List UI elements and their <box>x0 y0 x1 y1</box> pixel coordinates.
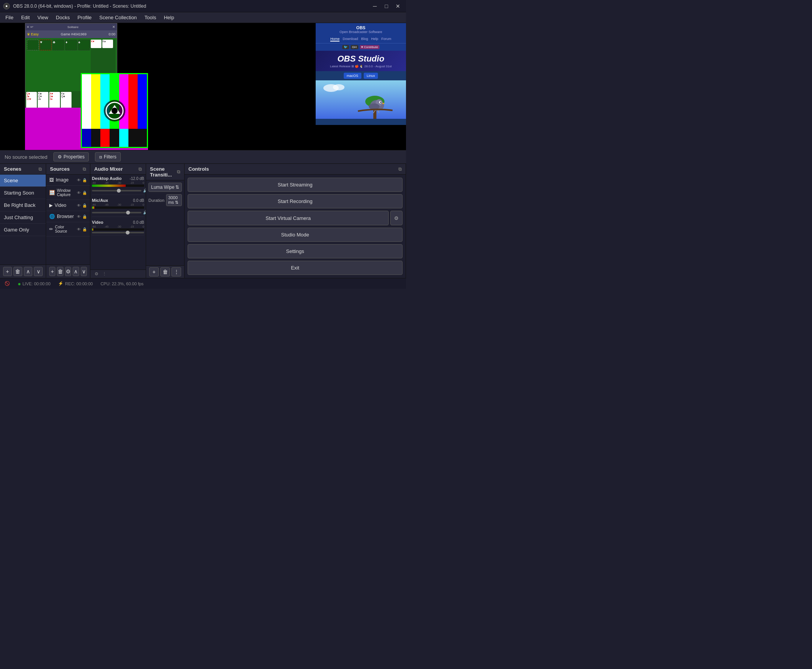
svg-point-3 <box>111 108 118 114</box>
obs-web-hero: OBS Studio Latest Release ⊞ 🍎 🐧 28.0.0 -… <box>316 51 406 71</box>
obs-nav-home[interactable]: Home <box>330 37 340 42</box>
transitions-panel-title: Scene Transiti... <box>150 166 177 178</box>
mic-aux-mute[interactable]: 🔊 <box>143 210 146 215</box>
menu-file[interactable]: File <box>2 13 17 22</box>
exit-button[interactable]: Exit <box>188 261 403 275</box>
scene-item-scene[interactable]: Scene <box>0 175 46 187</box>
image-visibility-icon[interactable]: 👁 <box>77 178 81 182</box>
live-status: ● LIVE: 00:00:00 <box>18 281 50 287</box>
obs-nav-download[interactable]: Download <box>343 37 358 42</box>
desktop-audio-db: -12.0 dB <box>129 176 144 181</box>
twitter-badge[interactable]: 🐦 <box>342 45 349 49</box>
obs-nav-forum[interactable]: Forum <box>382 37 392 42</box>
image-source-icon: 🖼 <box>49 177 54 183</box>
remove-transition-button[interactable]: 🗑 <box>160 267 170 276</box>
virtual-camera-settings-icon[interactable]: ⚙ <box>390 211 403 225</box>
app-icon <box>3 3 10 10</box>
duration-row: Duration 3000 ms ⇅ <box>148 194 182 206</box>
video-audio-meter-fill <box>92 229 93 231</box>
remove-scene-button[interactable]: 🗑 <box>13 267 22 276</box>
close-button[interactable]: ✕ <box>393 2 403 10</box>
scene-item-just-chatting[interactable]: Just Chatting <box>0 212 46 224</box>
window-lock-icon[interactable]: 🔒 <box>82 191 87 195</box>
settings-button[interactable]: Settings <box>188 244 403 258</box>
menu-help[interactable]: Help <box>160 13 178 22</box>
restore-button[interactable]: □ <box>382 2 392 10</box>
move-scene-down-button[interactable]: ∨ <box>34 267 43 276</box>
duration-label: Duration <box>148 198 165 203</box>
controls-panel: Controls ⧉ Start Streaming Start Recordi… <box>185 164 406 278</box>
mic-aux-labels: -60-45-30-150 <box>92 203 144 206</box>
scene-item-be-right-back[interactable]: Be Right Back <box>0 199 46 212</box>
mic-aux-label: Mic/Aux <box>92 198 108 203</box>
source-item-browser[interactable]: 🌐 Browser 👁 🔒 <box>46 211 90 222</box>
video-audio-meter <box>92 229 144 231</box>
start-virtual-camera-button[interactable]: Start Virtual Camera <box>188 211 389 225</box>
contribute-badge[interactable]: ♥ Contribute <box>360 45 380 49</box>
transition-settings-button[interactable]: ⋮ <box>171 267 181 276</box>
desktop-audio-channel: Desktop Audio -12.0 dB -60-45-30-150 🔊 ⋮ <box>92 176 144 195</box>
gear-icon: ⚙ <box>58 154 62 160</box>
svg-point-1 <box>5 5 8 7</box>
audio-drag-icon: ⧉ <box>138 166 142 172</box>
obs-nav-blog[interactable]: Blog <box>361 37 368 42</box>
add-source-button[interactable]: + <box>49 267 55 276</box>
titlebar-buttons: ─ □ ✕ <box>370 2 403 10</box>
cpu-status: CPU: 22.3%, 60.00 fps <box>100 281 143 286</box>
filters-button[interactable]: ⧈ Filters <box>95 152 121 161</box>
source-item-image[interactable]: 🖼 Image 👁 🔒 <box>46 175 90 186</box>
studio-mode-button[interactable]: Studio Mode <box>188 228 403 242</box>
menu-view[interactable]: View <box>34 13 52 22</box>
linux-download-button[interactable]: Linux <box>364 73 378 79</box>
video-audio-slider[interactable] <box>92 232 144 234</box>
video-audio-slider-row <box>92 232 144 234</box>
video-lock-icon[interactable]: 🔒 <box>82 203 87 208</box>
macos-download-button[interactable]: macOS <box>344 73 361 79</box>
add-transition-button[interactable]: + <box>149 267 159 276</box>
scene-item-starting-soon[interactable]: Starting Soon <box>0 187 46 199</box>
video-audio-channel: Video 0.0 dB -60-45-30-150 <box>92 220 144 235</box>
start-recording-button[interactable]: Start Recording <box>188 194 403 208</box>
audio-menu-icon[interactable]: ⋮ <box>101 271 107 276</box>
start-streaming-button[interactable]: Start Streaming <box>188 178 403 192</box>
properties-button[interactable]: ⚙ Properties <box>54 152 89 161</box>
color-visibility-icon[interactable]: 👁 <box>77 227 81 232</box>
github-badge[interactable]: GH <box>351 45 358 49</box>
transition-type-select[interactable]: Luma Wipe ⇅ <box>148 183 182 192</box>
move-source-down-button[interactable]: ∨ <box>81 267 87 276</box>
duration-value: 3000 ms ⇅ <box>166 194 182 206</box>
mic-aux-channel: Mic/Aux 0.0 dB -60-45-30-150 🔊 ⋮ <box>92 198 144 217</box>
desktop-audio-slider[interactable] <box>92 190 141 192</box>
browser-visibility-icon[interactable]: 👁 <box>77 215 81 219</box>
mic-aux-slider-row: 🔊 ⋮ <box>92 210 144 215</box>
browser-source-icon: 🌐 <box>49 214 55 219</box>
menu-edit[interactable]: Edit <box>17 13 34 22</box>
mic-aux-slider[interactable] <box>92 212 141 213</box>
minimize-button[interactable]: ─ <box>370 2 380 10</box>
source-item-video[interactable]: ▶ Video 👁 🔒 <box>46 200 90 211</box>
source-item-window-capture[interactable]: 🪟 Window Capture 👁 🔒 <box>46 186 90 200</box>
video-visibility-icon[interactable]: 👁 <box>77 203 81 208</box>
browser-lock-icon[interactable]: 🔒 <box>82 215 87 219</box>
mic-aux-db: 0.0 dB <box>133 198 144 203</box>
window-visibility-icon[interactable]: 👁 <box>77 191 81 195</box>
obs-nav-help[interactable]: Help <box>371 37 378 42</box>
menu-scene-collection[interactable]: Scene Collection <box>95 13 141 22</box>
source-item-color[interactable]: ✏ Color Source 👁 🔒 <box>46 222 90 237</box>
add-scene-button[interactable]: + <box>3 267 12 276</box>
menu-tools[interactable]: Tools <box>141 13 160 22</box>
move-source-up-button[interactable]: ∧ <box>73 267 79 276</box>
menu-docks[interactable]: Docks <box>52 13 74 22</box>
audio-settings-icon[interactable]: ⚙ <box>93 271 99 276</box>
menu-profile[interactable]: Profile <box>74 13 95 22</box>
desktop-audio-mute[interactable]: 🔊 <box>143 188 146 193</box>
source-settings-button[interactable]: ⚙ <box>65 267 71 276</box>
titlebar-title: OBS 28.0.0 (64-bit, windows) - Profile: … <box>13 3 370 9</box>
cpu-label: CPU: 22.3%, 60.00 fps <box>100 281 143 286</box>
color-lock-icon[interactable]: 🔒 <box>82 227 87 232</box>
remove-source-button[interactable]: 🗑 <box>57 267 63 276</box>
scene-item-game-only[interactable]: Game Only <box>0 224 46 236</box>
scenes-panel: Scenes ⧉ Scene Starting Soon Be Right Ba… <box>0 164 46 278</box>
move-scene-up-button[interactable]: ∧ <box>24 267 33 276</box>
image-lock-icon[interactable]: 🔒 <box>82 178 87 182</box>
